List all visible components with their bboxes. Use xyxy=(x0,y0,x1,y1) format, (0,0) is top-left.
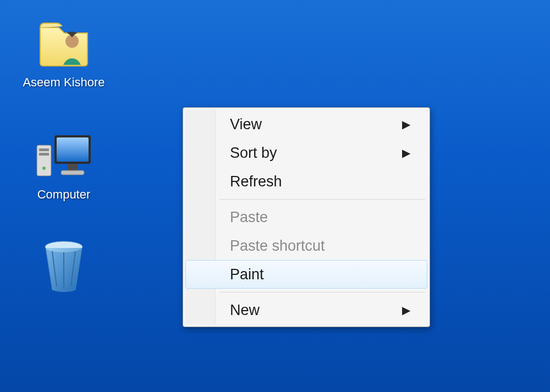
menu-item-paint[interactable]: Paint xyxy=(185,260,427,289)
submenu-arrow-icon: ▶ xyxy=(402,303,410,317)
submenu-arrow-icon: ▶ xyxy=(402,146,410,159)
menu-item-label: View xyxy=(230,116,262,133)
desktop-icon-recycle-bin[interactable] xyxy=(20,235,108,295)
submenu-arrow-icon: ▶ xyxy=(402,118,410,131)
menu-item-label: Paste xyxy=(230,209,268,226)
menu-item-label: Refresh xyxy=(230,173,282,190)
menu-item-refresh[interactable]: Refresh xyxy=(185,167,427,196)
desktop-context-menu: View ▶ Sort by ▶ Refresh Paste Paste sho… xyxy=(183,107,430,327)
menu-item-new[interactable]: New ▶ xyxy=(185,296,427,324)
menu-item-paste: Paste xyxy=(185,203,427,231)
svg-point-4 xyxy=(42,167,46,170)
menu-separator xyxy=(219,199,425,200)
desktop-icon-user-folder[interactable]: Aseem Kishore xyxy=(20,11,108,90)
menu-item-view[interactable]: View ▶ xyxy=(185,110,427,139)
svg-rect-2 xyxy=(39,148,49,151)
menu-item-label: Paint xyxy=(230,266,264,283)
menu-item-label: New xyxy=(230,302,260,319)
svg-rect-6 xyxy=(57,137,89,162)
user-folder-icon xyxy=(34,11,94,71)
recycle-bin-icon xyxy=(34,235,94,295)
desktop-icon-label: Aseem Kishore xyxy=(20,75,108,90)
desktop-icons: Aseem Kishore xyxy=(20,11,108,328)
computer-icon xyxy=(34,123,94,184)
svg-rect-3 xyxy=(39,153,49,156)
svg-rect-8 xyxy=(61,170,84,175)
menu-item-label: Paste shortcut xyxy=(230,238,325,255)
menu-item-paste-shortcut: Paste shortcut xyxy=(185,231,427,260)
menu-item-label: Sort by xyxy=(230,145,277,162)
menu-separator xyxy=(219,292,425,292)
desktop-icon-label: Computer xyxy=(20,187,108,202)
svg-rect-7 xyxy=(68,164,78,170)
desktop-icon-computer[interactable]: Computer xyxy=(20,123,108,202)
menu-item-sort-by[interactable]: Sort by ▶ xyxy=(185,139,427,167)
